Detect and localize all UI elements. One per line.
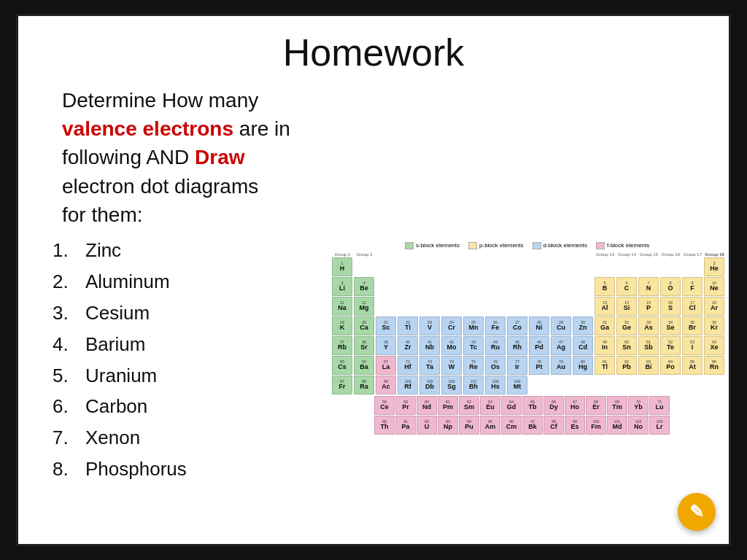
element-Se: 34Se xyxy=(660,316,681,335)
period-3: 11Na 12Mg 13Al 14Si 15P 16S 17 xyxy=(332,297,726,316)
legend-d-block: d-block elements xyxy=(533,242,587,249)
legend-d-block-label: d-block elements xyxy=(543,242,587,249)
empty-cell xyxy=(485,297,506,316)
element-Es: 99Es xyxy=(565,416,585,435)
empty-cell xyxy=(704,376,724,394)
group-label xyxy=(398,252,419,257)
element-Lu: 71Lu xyxy=(649,396,670,415)
period-6: 55Cs 56Ba 57La 72Hf 73Ta 74W 75Re 76Os 7… xyxy=(332,356,726,375)
empty-cell xyxy=(551,257,571,276)
element-Rn: 86Rn xyxy=(704,356,724,375)
period-5: 37Rb 38Sr 39Y 40Zr 41Nb 42Mo 43Tc 44Ru 4… xyxy=(332,336,726,355)
element-Hs: 108Hs xyxy=(485,376,506,394)
empty-cell xyxy=(354,257,374,276)
element-Nd: 60Nd xyxy=(417,396,437,415)
empty-cell xyxy=(573,376,593,394)
element-Yb: 70Yb xyxy=(628,396,649,415)
empty-cell xyxy=(398,257,418,276)
element-Md: 101Md xyxy=(607,416,627,435)
legend: s-block elements p-block elements d-bloc… xyxy=(405,242,726,249)
element-Lr: 103Lr xyxy=(649,416,670,435)
element-Li: 3Li xyxy=(332,277,352,296)
element-Rb: 37Rb xyxy=(332,336,352,355)
empty-cell xyxy=(376,257,396,276)
element-Ti: 22Ti xyxy=(398,316,418,335)
empty-cell xyxy=(529,376,549,394)
element-Zr: 40Zr xyxy=(398,336,418,355)
empty-cell xyxy=(616,257,637,276)
element-Tc: 43Tc xyxy=(463,336,484,355)
slide: Homework Determine How many valence elec… xyxy=(16,14,731,546)
legend-f-block: f-block elements xyxy=(596,242,649,249)
empty-cell xyxy=(485,257,506,276)
element-Cm: 96Cm xyxy=(501,416,522,435)
group-label xyxy=(463,252,484,257)
group-label: Group 14 xyxy=(616,252,638,257)
element-Sb: 51Sb xyxy=(638,336,659,355)
element-Cs: 55Cs xyxy=(332,356,352,375)
group-label: Group 1 xyxy=(332,252,353,257)
element-Gd: 64Gd xyxy=(501,396,522,415)
element-At: 85At xyxy=(682,356,703,375)
element-Db: 105Db xyxy=(419,376,440,394)
empty-cell xyxy=(682,376,703,394)
empty-cell xyxy=(507,277,527,296)
element-Th: 90Th xyxy=(374,416,395,435)
element-Mg: 12Mg xyxy=(354,297,374,316)
element-Tl: 81Tl xyxy=(595,356,615,375)
homework-list: Zinc Aluminum Cesium Barium Uranium Carb… xyxy=(47,235,325,485)
empty-cell xyxy=(660,376,681,394)
intro-following: following AND xyxy=(62,146,195,168)
legend-f-block-color xyxy=(596,242,605,249)
empty-cell xyxy=(638,257,659,276)
empty-cell xyxy=(660,257,681,276)
element-In: 49In xyxy=(595,336,615,355)
element-V: 23V xyxy=(419,316,440,335)
element-Pd: 46Pd xyxy=(529,336,549,355)
element-Eu: 63Eu xyxy=(480,396,500,415)
element-Pu: 94Pu xyxy=(459,416,479,435)
element-As: 33As xyxy=(638,316,659,335)
element-Ce: 58Ce xyxy=(374,396,395,415)
element-Kr: 36Kr xyxy=(704,316,724,335)
group-label xyxy=(551,252,572,257)
intro-are-in: are in xyxy=(233,117,290,140)
empty-cell xyxy=(529,297,549,316)
element-Ag: 47Ag xyxy=(551,336,571,355)
period-4: 19K 20Ca 21Sc 22Ti 23V 24Cr 25Mn 26Fe 27… xyxy=(332,316,726,335)
element-Pm: 61Pm xyxy=(438,396,458,415)
empty-cell xyxy=(463,277,484,296)
group-label xyxy=(529,252,550,257)
legend-p-block: p-block elements xyxy=(468,242,523,249)
intro-line5: for them: xyxy=(62,203,142,226)
legend-p-block-label: p-block elements xyxy=(479,242,523,249)
empty-cell xyxy=(573,257,593,276)
legend-s-block-label: s-block elements xyxy=(416,242,460,249)
element-Sm: 62Sm xyxy=(459,396,479,415)
actinide-row: 90Th 91Pa 92U 93Np 94Pu 95Am 96Cm 97Bk 9… xyxy=(374,416,726,435)
empty-cell xyxy=(551,376,571,394)
element-Pa: 91Pa xyxy=(395,416,416,435)
element-Pr: 59Pr xyxy=(395,396,416,415)
empty-cell xyxy=(595,257,615,276)
content-area: Zinc Aluminum Cesium Barium Uranium Carb… xyxy=(47,235,700,485)
edit-fab-button[interactable]: ✎ xyxy=(678,493,716,531)
element-Sc: 21Sc xyxy=(376,316,396,335)
element-Cu: 29Cu xyxy=(551,316,571,335)
element-No: 102No xyxy=(628,416,649,435)
legend-f-block-label: f-block elements xyxy=(607,242,649,249)
empty-cell xyxy=(441,277,462,296)
element-Ga: 31Ga xyxy=(595,316,615,335)
element-N: 7N xyxy=(638,277,659,296)
list-item: Barium xyxy=(74,329,325,360)
element-Fe: 26Fe xyxy=(485,316,506,335)
list-item: Zinc xyxy=(74,235,325,266)
empty-cell xyxy=(419,257,440,276)
element-Hf: 72Hf xyxy=(398,356,418,375)
periodic-table: Group 1 Group 2 Group 13 Group 14 Group … xyxy=(332,252,726,435)
legend-p-block-color xyxy=(468,242,477,249)
element-Ge: 32Ge xyxy=(616,316,637,335)
edit-icon: ✎ xyxy=(689,502,704,522)
intro-block: Determine How many valence electrons are… xyxy=(62,86,700,229)
list-item: Carbon xyxy=(74,391,325,422)
